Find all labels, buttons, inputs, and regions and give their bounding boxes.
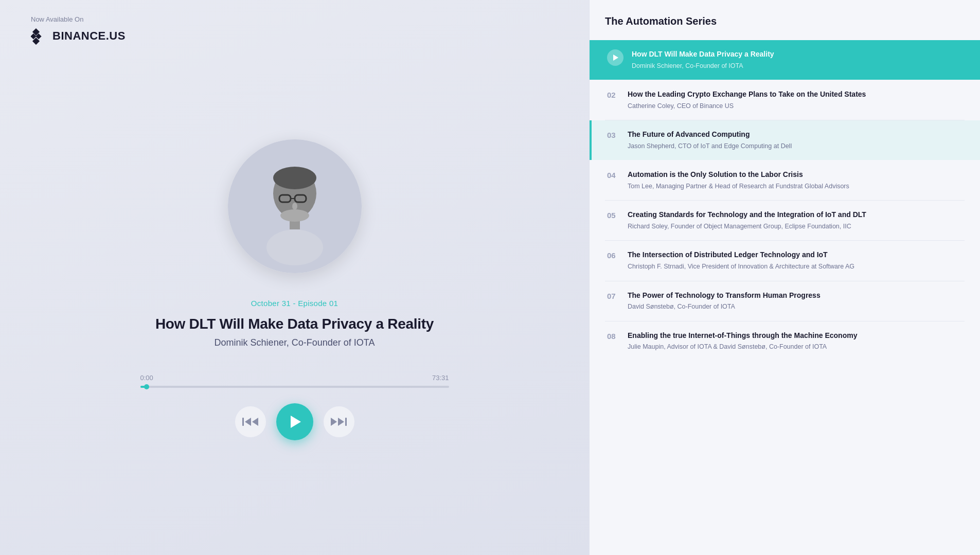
episode-author: Dominik Schiener, Co-Founder of IOTA bbox=[215, 337, 375, 348]
episode-info: How DLT Will Make Data Privacy a Reality… bbox=[632, 49, 965, 70]
binance-logo-text: BINANCE.US bbox=[52, 29, 126, 43]
svg-point-13 bbox=[292, 203, 297, 210]
episode-info: Creating Standards for Technology and th… bbox=[628, 210, 965, 231]
episode-item-author: Richard Soley, Founder of Object Managem… bbox=[628, 222, 965, 231]
time-current: 0:00 bbox=[140, 374, 153, 382]
episode-item[interactable]: 03 The Future of Advanced Computing Jaso… bbox=[590, 120, 980, 160]
episode-item-author: Christoph F. Strnadi, Vice President of … bbox=[628, 262, 965, 272]
episode-number: 05 bbox=[607, 211, 619, 220]
episode-item[interactable]: 04 Automation is the Only Solution to th… bbox=[590, 160, 980, 200]
binance-logo: BINANCE.US bbox=[31, 27, 126, 45]
episode-item[interactable]: 07 The Power of Technology to Transform … bbox=[590, 281, 980, 321]
episode-number: 08 bbox=[607, 332, 619, 341]
sidebar: The Automation Series How DLT Will Make … bbox=[589, 0, 980, 555]
avatar bbox=[228, 139, 362, 273]
progress-bar-track[interactable] bbox=[140, 386, 449, 388]
rewind-button[interactable] bbox=[235, 406, 266, 437]
episode-number: 04 bbox=[607, 171, 619, 180]
progress-times: 0:00 73:31 bbox=[140, 374, 449, 382]
header: Now Available On BINANCE.US bbox=[31, 15, 126, 45]
episode-item-title: The Future of Advanced Computing bbox=[628, 130, 965, 140]
episode-item-title: How the Leading Crypto Exchange Plans to… bbox=[628, 89, 965, 100]
fast-forward-button[interactable] bbox=[324, 406, 354, 437]
episode-item-author: Dominik Schiener, Co-Founder of IOTA bbox=[632, 62, 965, 71]
episode-info: Enabling the true Internet-of-Things thr… bbox=[628, 331, 965, 352]
episode-play-icon bbox=[607, 49, 623, 66]
now-available-label: Now Available On bbox=[31, 15, 126, 23]
main-player: Now Available On BINANCE.US bbox=[0, 0, 589, 555]
episode-info: The Intersection of Distributed Ledger T… bbox=[628, 250, 965, 271]
fast-forward-icon bbox=[331, 418, 347, 426]
episode-info: How the Leading Crypto Exchange Plans to… bbox=[628, 89, 965, 111]
episode-number: 06 bbox=[607, 251, 619, 260]
episode-info: The Power of Technology to Transform Hum… bbox=[628, 291, 965, 312]
episode-item[interactable]: 08 Enabling the true Internet-of-Things … bbox=[590, 321, 980, 361]
progress-section[interactable]: 0:00 73:31 bbox=[140, 374, 449, 403]
episode-item-author: Tom Lee, Managing Partner & Head of Rese… bbox=[628, 182, 965, 191]
episode-number: 03 bbox=[607, 131, 619, 139]
episode-item-title: How DLT Will Make Data Privacy a Reality bbox=[632, 49, 965, 60]
svg-point-11 bbox=[266, 229, 323, 265]
episode-info: Automation is the Only Solution to the L… bbox=[628, 170, 965, 191]
svg-point-12 bbox=[280, 209, 309, 222]
time-total: 73:31 bbox=[432, 374, 449, 382]
svg-point-6 bbox=[273, 167, 316, 189]
episode-title: How DLT Will Make Data Privacy a Reality bbox=[155, 316, 434, 332]
binance-logo-icon bbox=[31, 27, 48, 45]
rewind-icon bbox=[242, 418, 258, 426]
episodes-list: How DLT Will Make Data Privacy a Reality… bbox=[590, 40, 980, 361]
play-button[interactable] bbox=[276, 403, 313, 440]
playback-controls bbox=[235, 403, 354, 440]
episode-item-title: The Power of Technology to Transform Hum… bbox=[628, 291, 965, 301]
episode-item[interactable]: 02 How the Leading Crypto Exchange Plans… bbox=[590, 80, 980, 120]
episode-number: 02 bbox=[607, 91, 619, 99]
episode-item-author: Julie Maupin, Advisor of IOTA & David Sø… bbox=[628, 343, 965, 352]
sidebar-title: The Automation Series bbox=[590, 15, 980, 40]
guest-photo bbox=[228, 139, 362, 273]
episode-item-title: Enabling the true Internet-of-Things thr… bbox=[628, 331, 965, 341]
episode-item-title: Automation is the Only Solution to the L… bbox=[628, 170, 965, 180]
episode-item-author: Jason Shepherd, CTO of IoT and Edge Comp… bbox=[628, 142, 965, 151]
episode-item[interactable]: 05 Creating Standards for Technology and… bbox=[590, 201, 980, 240]
episode-item[interactable]: How DLT Will Make Data Privacy a Reality… bbox=[590, 40, 980, 80]
episode-number: 07 bbox=[607, 292, 619, 300]
player-content: October 31 - Episode 01 How DLT Will Mak… bbox=[31, 55, 558, 524]
episode-info: The Future of Advanced Computing Jason S… bbox=[628, 130, 965, 151]
progress-bar-fill bbox=[140, 386, 147, 388]
episode-date: October 31 - Episode 01 bbox=[251, 299, 338, 308]
play-triangle-icon bbox=[613, 55, 618, 61]
episode-item-author: David Sønstebø, Co-Founder of IOTA bbox=[628, 302, 965, 312]
play-icon bbox=[291, 416, 301, 428]
episode-item-title: Creating Standards for Technology and th… bbox=[628, 210, 965, 220]
episode-item[interactable]: 06 The Intersection of Distributed Ledge… bbox=[590, 241, 980, 280]
episode-item-title: The Intersection of Distributed Ledger T… bbox=[628, 250, 965, 260]
episode-item-author: Catherine Coley, CEO of Binance US bbox=[628, 102, 965, 111]
progress-dot bbox=[144, 384, 149, 389]
